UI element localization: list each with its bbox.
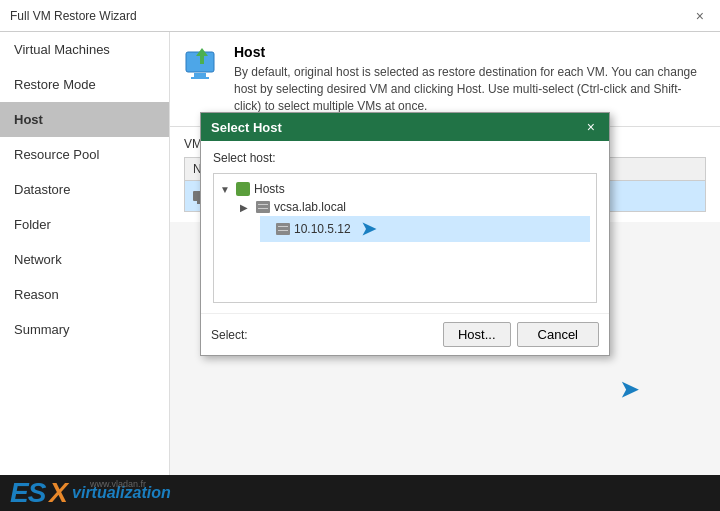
footer-es: ES bbox=[10, 477, 45, 509]
dialog-overlay: Select Host × Select host: ▼ Hosts bbox=[170, 32, 720, 511]
sidebar-item-datastore[interactable]: Datastore bbox=[0, 172, 169, 207]
title-bar-text: Full VM Restore Wizard bbox=[10, 9, 137, 23]
vcsa-label: vcsa.lab.local bbox=[274, 200, 346, 214]
ip-server-icon bbox=[276, 223, 290, 235]
sidebar-item-restore-mode[interactable]: Restore Mode bbox=[0, 67, 169, 102]
expander-ip bbox=[260, 224, 272, 235]
tree-node-hosts[interactable]: ▼ Hosts bbox=[220, 180, 590, 198]
close-button[interactable]: × bbox=[690, 6, 710, 26]
blue-arrow-bottom-icon: ➤ bbox=[620, 377, 638, 403]
sidebar-item-summary[interactable]: Summary bbox=[0, 312, 169, 347]
expander-vcsa: ▶ bbox=[240, 202, 252, 213]
sidebar-item-virtual-machines[interactable]: Virtual Machines bbox=[0, 32, 169, 67]
sidebar-item-folder[interactable]: Folder bbox=[0, 207, 169, 242]
tree-indent-vcsa: ▶ vcsa.lab.local bbox=[240, 198, 590, 216]
ip-label: 10.10.5.12 bbox=[294, 222, 351, 236]
footer-x: X bbox=[49, 477, 68, 509]
dialog-footer: Select: Host... Cancel bbox=[201, 313, 609, 355]
sidebar-item-resource-pool[interactable]: Resource Pool bbox=[0, 137, 169, 172]
sidebar-item-network[interactable]: Network bbox=[0, 242, 169, 277]
dialog-header: Select Host × bbox=[201, 113, 609, 141]
footer-url: www.vladan.fr bbox=[90, 479, 146, 489]
hosts-label: Hosts bbox=[254, 182, 285, 196]
tree-node-10-10-5-12[interactable]: 10.10.5.12 ➤ bbox=[260, 216, 590, 242]
footer: ES X virtualization www.vladan.fr bbox=[0, 475, 720, 511]
dialog-title: Select Host bbox=[211, 120, 282, 135]
select-label: Select: bbox=[211, 328, 248, 342]
sidebar: Virtual MachinesRestore ModeHostResource… bbox=[0, 32, 170, 511]
tree-node-vcsa[interactable]: ▶ vcsa.lab.local bbox=[240, 198, 590, 216]
dialog-body: Select host: ▼ Hosts ▶ bbox=[201, 141, 609, 313]
dialog-close-button[interactable]: × bbox=[583, 119, 599, 135]
sidebar-item-reason[interactable]: Reason bbox=[0, 277, 169, 312]
tree-indent-ip: 10.10.5.12 ➤ bbox=[260, 216, 590, 242]
cancel-button[interactable]: Cancel bbox=[517, 322, 599, 347]
dialog-buttons: Host... Cancel bbox=[443, 322, 599, 347]
vcsa-server-icon bbox=[256, 201, 270, 213]
host-tree[interactable]: ▼ Hosts ▶ vcsa.lab.local bbox=[213, 173, 597, 303]
content-area: Host By default, original host is select… bbox=[170, 32, 720, 511]
hosts-group-icon bbox=[236, 182, 250, 196]
select-host-dialog: Select Host × Select host: ▼ Hosts bbox=[200, 112, 610, 356]
select-host-label: Select host: bbox=[213, 151, 597, 165]
sidebar-item-host[interactable]: Host bbox=[0, 102, 169, 137]
host-button[interactable]: Host... bbox=[443, 322, 511, 347]
main-layout: Virtual MachinesRestore ModeHostResource… bbox=[0, 32, 720, 511]
expander-hosts: ▼ bbox=[220, 184, 232, 195]
blue-arrow-icon: ➤ bbox=[361, 218, 376, 240]
title-bar: Full VM Restore Wizard × bbox=[0, 0, 720, 32]
